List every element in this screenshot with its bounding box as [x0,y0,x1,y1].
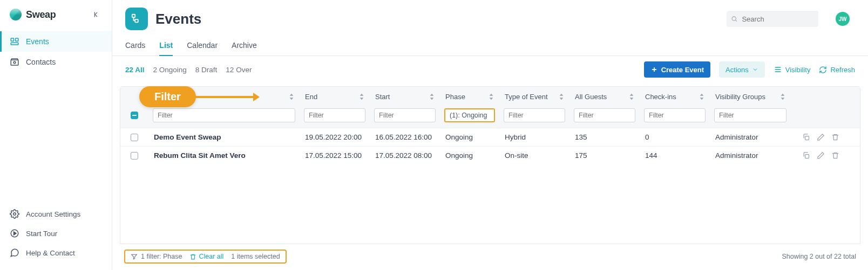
status-filter-draft[interactable]: 8 Draft [195,66,218,74]
sidebar-item-label: Events [26,37,49,46]
annotation-arrow-head [253,93,260,101]
copy-icon[interactable] [802,151,810,160]
tab-calendar[interactable]: Calendar [187,38,218,56]
column-end[interactable]: End [300,93,370,101]
annotation-arrow-line [195,96,253,98]
trash-icon[interactable] [831,151,839,160]
tab-list[interactable]: List [159,38,173,56]
column-type[interactable]: Type of Event [499,93,569,101]
top-bar: Events JW [112,0,868,32]
column-phase[interactable]: Phase [440,93,499,101]
sidebar-item-help-contact[interactable]: Help & Contact [0,243,112,262]
svg-rect-7 [132,15,135,18]
sidebar: Sweap Events Contacts Account Settings [0,0,112,270]
funnel-icon [131,253,138,260]
button-label: Visibility [785,66,811,74]
table-row[interactable]: Demo Event Sweap 19.05.2022 20:00 16.05.… [120,128,860,146]
tab-cards[interactable]: Cards [125,38,145,56]
sidebar-item-events[interactable]: Events [0,31,112,52]
filter-visibility-input[interactable] [714,108,786,122]
logo-icon [10,9,22,20]
visibility-button[interactable]: Visibility [774,65,811,74]
filter-type-input[interactable] [504,108,565,122]
sidebar-item-contacts[interactable]: Contacts [0,52,112,72]
cell-phase: Ongoing [440,133,499,141]
main-content: Filter Events JW Cards List Calendar Arc… [112,0,868,270]
column-visibility[interactable]: Visibility Groups [710,93,791,101]
brand-text: Sweap [26,9,56,20]
status-filter-row: 22 All 2 Ongoing 8 Draft 12 Over Create … [112,56,868,83]
tab-archive[interactable]: Archive [232,38,257,56]
events-table: Name End Start Phase Type of Event All G… [120,86,860,244]
sidebar-item-label: Start Tour [26,230,57,238]
filter-start-input[interactable] [374,108,436,122]
avatar[interactable]: JW [836,12,850,26]
sort-icon [489,93,494,101]
filter-name-input[interactable] [153,108,295,122]
button-label: Refresh [830,66,855,74]
copy-icon[interactable] [802,133,810,141]
trash-icon[interactable] [831,133,839,141]
svg-rect-3 [11,60,18,65]
list-icon [774,65,782,74]
cell-type: Hybrid [499,133,569,141]
cell-name: Demo Event Sweap [148,133,300,141]
row-checkbox[interactable] [131,134,138,141]
row-checkbox[interactable] [131,152,138,160]
filter-phase-input[interactable] [444,108,495,122]
row-actions [791,151,845,160]
column-guests[interactable]: All Guests [569,93,640,101]
refresh-button[interactable]: Refresh [819,66,855,74]
sort-icon [289,93,294,101]
svg-rect-1 [16,38,18,41]
button-label: Create Event [661,66,704,74]
actions-dropdown[interactable]: Actions [719,61,765,78]
svg-point-5 [13,213,16,216]
svg-point-4 [13,61,16,64]
filter-guests-input[interactable] [574,108,635,122]
plus-icon [650,66,658,73]
status-filter-ongoing[interactable]: 2 Ongoing [153,66,187,74]
page-icon [125,8,148,30]
sidebar-item-account-settings[interactable]: Account Settings [0,204,112,224]
status-filter-over[interactable]: 12 Over [226,66,252,74]
annotation-badge: Filter [139,86,196,107]
secondary-nav: Account Settings Start Tour Help & Conta… [0,204,112,270]
clear-all-filters-button[interactable]: Clear all [189,253,223,260]
cell-name: Rebum Clita Sit Amet Vero [148,151,300,160]
column-checkins[interactable]: Check-ins [640,93,710,101]
showing-count: Showing 2 out of 22 total [782,253,856,260]
filter-checkins-input[interactable] [644,108,706,122]
edit-icon[interactable] [817,151,825,160]
select-all-checkbox[interactable] [131,112,138,119]
filter-end-input[interactable] [304,108,365,122]
column-start[interactable]: Start [370,93,440,101]
row-actions [791,133,845,141]
sidebar-item-label: Contacts [26,58,56,66]
svg-rect-10 [805,136,809,140]
svg-rect-11 [805,155,809,158]
filter-summary-box: 1 filter: Phase Clear all 1 items select… [124,250,287,264]
trash-icon [189,253,196,260]
refresh-icon [819,66,827,74]
search-input[interactable] [740,13,814,25]
table-row[interactable]: Rebum Clita Sit Amet Vero 17.05.2022 15:… [120,146,860,164]
collapse-sidebar-button[interactable] [90,9,102,20]
sidebar-item-label: Help & Contact [26,249,75,257]
annotation-callout: Filter [139,86,260,107]
sidebar-header: Sweap [0,5,112,28]
sort-icon [359,93,364,101]
create-event-button[interactable]: Create Event [644,61,710,78]
status-filter-all[interactable]: 22 All [125,66,145,74]
sort-icon [629,93,634,101]
edit-icon[interactable] [817,133,825,141]
global-search[interactable] [727,11,818,27]
brand-logo[interactable]: Sweap [10,9,56,20]
sidebar-item-start-tour[interactable]: Start Tour [0,224,112,243]
svg-point-9 [732,17,736,20]
cell-guests: 135 [569,133,640,141]
cell-visibility: Administrator [710,151,791,160]
cell-checkins: 0 [640,133,710,141]
svg-rect-0 [11,38,13,41]
table-body: Demo Event Sweap 19.05.2022 20:00 16.05.… [120,128,860,244]
